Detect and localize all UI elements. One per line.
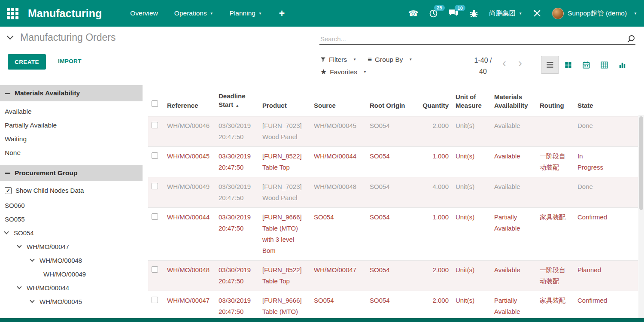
collapse-chevron-icon[interactable] [7,33,14,39]
sort-asc-icon: ▲ [235,103,239,108]
procurement-section-header[interactable]: Procurement Group [0,165,143,181]
tree-node[interactable]: WH/MO/00044 [0,281,143,295]
group-by-dropdown[interactable]: ≡ Group By ▼ [368,56,412,64]
state-cell: In Progress [574,147,612,177]
deadline-date: 03/30/2019 [219,152,251,160]
tools-button[interactable] [533,9,541,18]
company-switcher[interactable]: 尚鹏集团 ▼ [489,9,522,18]
scrollbar-thumb[interactable] [639,116,643,210]
row-filler [612,177,638,208]
row-checkbox[interactable] [152,266,158,273]
tree-node[interactable]: WH/MO/00047 [0,240,143,253]
column-header[interactable]: Deadline Start▲ [215,84,259,116]
availability-cell: Available [491,116,536,147]
menu-overview[interactable]: Overview [130,9,158,17]
deadline-cell: 03/30/201920:47:50 [215,177,259,208]
filter-funnel-icon [320,57,326,62]
tree-node[interactable]: WH/MO/00045 [0,295,143,308]
row-checkbox[interactable] [152,152,158,159]
availability-filter-item[interactable]: Available [0,105,143,118]
company-name: 尚鹏集团 [489,9,516,18]
tree-node[interactable]: SO055 [0,212,143,226]
tools-icon [533,9,541,18]
quick-add-button[interactable]: + [279,8,285,19]
collapse-minus-icon [5,173,10,174]
calendar-view-button[interactable] [577,56,595,74]
activities-button[interactable]: 25 [429,9,438,18]
routing-cell [536,116,574,147]
show-child-nodes-checkbox[interactable]: ✓ [5,187,12,194]
tree-node-label: SO060 [5,202,25,209]
order-row[interactable]: WH/MO/0004603/30/201920:47:50[FURN_7023]… [148,116,638,147]
apps-menu-icon[interactable] [7,8,18,19]
availability-filter-item[interactable]: Waiting [0,132,143,146]
routing-cell: 一阶段自动装配 [536,147,574,177]
row-checkbox[interactable] [152,213,158,220]
messages-button[interactable]: 10 [449,9,459,18]
column-header[interactable]: Routing [536,84,574,116]
tree-node[interactable]: SO060 [0,198,143,212]
page-title: Manufacturing Orders [20,32,115,43]
availability-cell: Available [491,177,536,208]
availability-filter-item[interactable]: Partially Available [0,118,143,132]
state-cell: Confirmed [574,208,612,261]
list-view-button[interactable] [541,56,559,74]
pager-previous-icon[interactable]: ‹ [502,58,506,69]
column-header[interactable]: Source [310,84,366,116]
source-cell: WH/MO/00047 [310,261,366,291]
top-navbar: Manufacturing OverviewOperations▼Plannin… [0,0,644,27]
availability-list: AvailablePartially AvailableWaitingNone [0,101,143,165]
pager-next-icon[interactable]: › [518,58,522,69]
graph-view-button[interactable] [613,56,631,74]
product-cell: [FURN_9666] Table (MTO) with 3 level Bom [259,291,310,319]
bar-chart-icon [618,61,626,69]
row-checkbox[interactable] [152,122,158,128]
quantity-cell: 2.000 [415,261,452,291]
order-row[interactable]: WH/MO/0004803/30/201920:47:50[FURN_8522]… [148,261,638,291]
select-all-checkbox[interactable] [152,100,158,107]
availability-section-header[interactable]: Materials Availability [0,85,143,101]
phone-button[interactable]: ☎ [408,9,419,18]
column-label: Unit of Measure [456,93,482,109]
row-checkbox[interactable] [152,297,158,303]
tree-node[interactable]: SO054 [0,226,143,240]
kanban-view-button[interactable] [559,56,577,74]
tree-node[interactable]: WH/MO/00048 [0,253,143,267]
availability-filter-item[interactable]: None [0,146,143,160]
column-header[interactable]: Materials Availability [491,84,536,116]
menu-planning[interactable]: Planning▼ [230,9,262,17]
menu-label: Overview [130,9,158,17]
vertical-scrollbar[interactable] [638,115,644,318]
column-header[interactable]: Product [259,84,310,116]
column-header[interactable]: Quantity [415,84,452,116]
search-input[interactable] [319,35,624,43]
column-header[interactable]: State [574,84,612,116]
quantity-cell: 1.000 [415,147,452,177]
collapse-minus-icon [5,93,10,94]
menu-operations[interactable]: Operations▼ [174,9,213,17]
source-cell: WH/MO/00048 [310,177,366,208]
column-header[interactable]: Root Origin [366,84,415,116]
column-header[interactable]: Reference [164,84,215,116]
row-checkbox[interactable] [152,183,158,189]
pivot-view-button[interactable] [595,56,613,74]
search-bar [319,32,635,45]
debug-button[interactable] [469,9,478,18]
filters-dropdown[interactable]: Filters ▼ [320,56,356,64]
procurement-section-title: Procurement Group [15,169,77,177]
select-all-header [148,84,164,116]
order-row[interactable]: WH/MO/0004903/30/201920:47:50[FURN_7023]… [148,177,638,208]
sidebar: Materials Availability AvailablePartiall… [0,85,143,318]
state-cell: Planned [574,261,612,291]
user-menu[interactable]: Sunpop超管 (demo) ▼ [552,8,637,19]
search-icon[interactable] [627,34,635,43]
create-button[interactable]: CREATE [8,54,46,70]
favorites-dropdown[interactable]: ★ Favorites ▼ [320,68,367,76]
order-row[interactable]: WH/MO/0004403/30/201920:47:50[FURN_9666]… [148,208,638,261]
order-row[interactable]: WH/MO/0004503/30/201920:47:50[FURN_8522]… [148,147,638,177]
column-header[interactable]: Unit of Measure [452,84,491,116]
order-row[interactable]: WH/MO/0004703/30/201920:47:50[FURN_9666]… [148,291,638,319]
import-button[interactable]: IMPORT [55,58,84,65]
tree-node[interactable]: WH/MO/00049 [0,267,143,281]
row-select-cell [148,261,164,291]
